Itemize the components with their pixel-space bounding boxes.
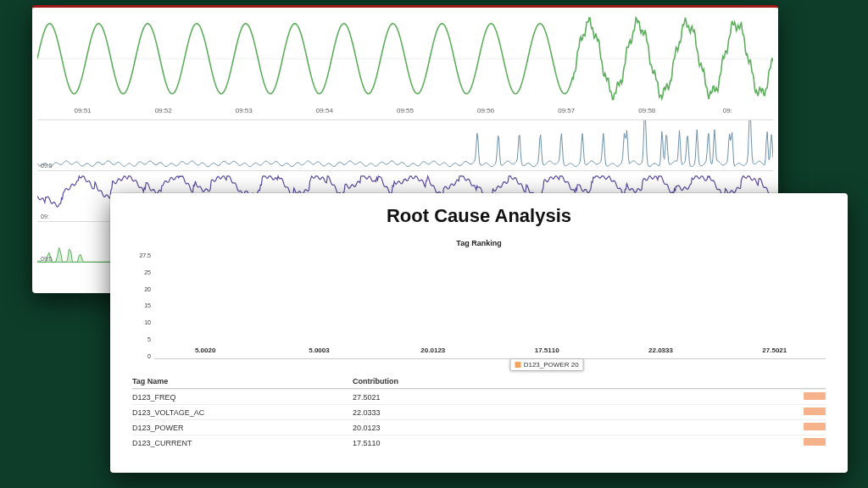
rca-panel: Root Cause Analysis Tag Ranking 27.5 25 … — [110, 193, 848, 473]
rca-title: Root Cause Analysis — [132, 205, 826, 227]
spark-icon — [804, 423, 826, 430]
table-row[interactable]: D123_CURRENT17.5110 — [132, 435, 826, 450]
mini-xlabel: 09:5 — [41, 256, 53, 262]
rca-subtitle: Tag Ranking — [132, 239, 826, 247]
cell-tagname: D123_POWER — [132, 424, 353, 432]
waveform-row-2: 09:5 — [37, 120, 773, 171]
cell-contrib: 17.5110 — [353, 439, 792, 447]
table-row[interactable]: D123_VOLTAGE_AC22.0333 — [132, 404, 826, 419]
bars-container: 5.00205.000320.012317.5110D123_POWER 202… — [154, 251, 826, 359]
cell-contrib: 20.0123 — [353, 424, 792, 432]
col-tagname: Tag Name — [132, 377, 353, 385]
x-tick: 09:54 — [284, 107, 364, 114]
spark-icon — [804, 438, 826, 446]
x-tick: 09: — [687, 107, 768, 114]
y-tick: 10 — [132, 319, 151, 325]
col-contrib: Contribution — [353, 377, 792, 385]
rca-table: Tag Name Contribution D123_FREQ27.5021D1… — [132, 374, 826, 450]
table-row[interactable]: D123_POWER20.0123 — [132, 419, 826, 435]
bar-value: 20.0123 — [382, 347, 484, 354]
spark-icon — [804, 408, 826, 415]
y-tick: 15 — [132, 302, 151, 308]
x-tick: 09:58 — [607, 107, 687, 114]
cell-spark — [792, 408, 826, 417]
y-tick: 25 — [132, 269, 151, 275]
waveform-primary — [37, 13, 773, 105]
bar-value: 5.0003 — [268, 347, 370, 354]
y-tick: 0 — [132, 353, 151, 359]
y-tick: 5 — [132, 336, 151, 342]
x-tick: 09:52 — [123, 107, 203, 114]
waveform-2 — [37, 120, 773, 170]
mini-xlabel: 09: — [41, 214, 49, 219]
cell-tagname: D123_FREQ — [132, 393, 353, 402]
bar-chart[interactable]: 27.5 25 20 15 10 5 0 5.00205.000320.0123… — [132, 251, 826, 359]
cell-spark — [792, 423, 826, 432]
x-tick: 09:56 — [446, 107, 526, 114]
waveform-row-primary — [37, 13, 773, 105]
cell-tagname: D123_CURRENT — [132, 439, 353, 447]
bar-value: 22.0333 — [609, 347, 711, 354]
spark-icon — [804, 392, 826, 400]
y-tick: 20 — [132, 286, 151, 292]
bar-value: 5.0020 — [154, 347, 256, 354]
table-header: Tag Name Contribution — [132, 374, 826, 389]
y-axis: 27.5 25 20 15 10 5 0 — [132, 251, 153, 359]
cell-contrib: 22.0333 — [353, 408, 792, 417]
bar-tooltip: D123_POWER 20 — [510, 358, 584, 371]
x-tick: 09:57 — [526, 107, 607, 114]
x-tick: 09:51 — [42, 107, 123, 114]
cell-spark — [792, 438, 826, 447]
x-tick: 09:55 — [364, 107, 445, 114]
waveform-x-axis: 09:51 09:52 09:53 09:54 09:55 09:56 09:5… — [37, 105, 773, 120]
bar-value: 27.5021 — [724, 347, 826, 354]
cell-contrib: 27.5021 — [353, 393, 792, 402]
table-row[interactable]: D123_FREQ27.5021 — [132, 389, 826, 404]
x-tick: 09:53 — [203, 107, 284, 114]
cell-spark — [792, 392, 826, 402]
cell-tagname: D123_VOLTAGE_AC — [132, 408, 353, 417]
bar-value: 17.5110 — [496, 347, 598, 354]
mini-xlabel: 09:5 — [41, 163, 53, 169]
y-tick: 27.5 — [132, 252, 151, 258]
